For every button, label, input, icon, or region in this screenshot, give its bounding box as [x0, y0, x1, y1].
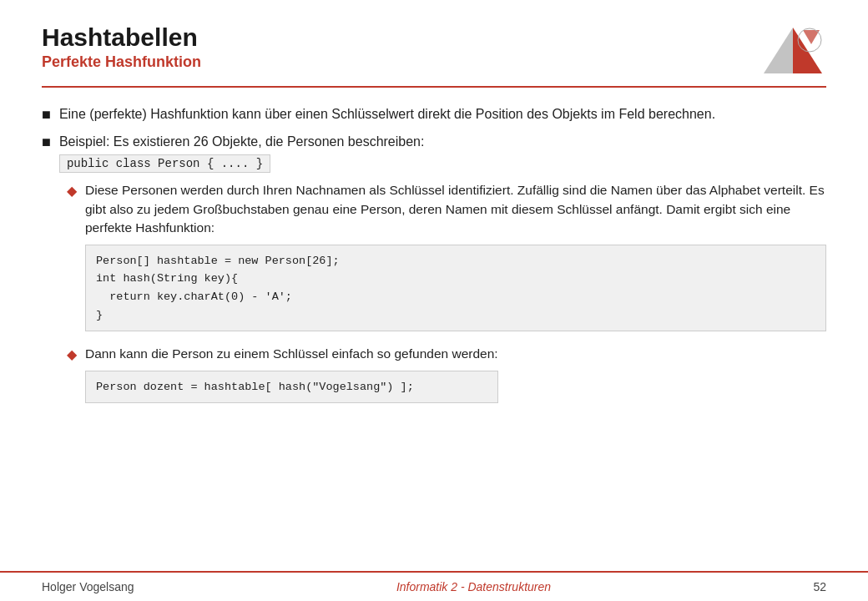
footer-author: Holger Vogelsang: [42, 580, 134, 593]
bullet-1-icon: ■: [42, 106, 51, 124]
svg-marker-0: [764, 28, 793, 73]
slide-subtitle: Perfekte Hashfunktion: [42, 53, 201, 71]
sub-bullet-2-text: Dann kann die Person zu einem Schlüssel …: [85, 346, 498, 361]
sub-bullet-2: ◆ Dann kann die Person zu einem Schlüsse…: [67, 345, 826, 410]
code-inline-person: public class Person { .... }: [59, 154, 270, 173]
bullet-2-text: Beispiel: Es existieren 26 Objekte, die …: [59, 134, 425, 149]
header-text: Hashtabellen Perfekte Hashfunktion: [42, 23, 201, 71]
slide-title: Hashtabellen: [42, 23, 201, 52]
code-block-hashtable: Person[] hashtable = new Person[26]; int…: [85, 245, 826, 331]
bullet-1-text: Eine (perfekte) Hashfunktion kann über e…: [59, 104, 715, 124]
sub-bullet-2-content: Dann kann die Person zu einem Schlüssel …: [85, 345, 498, 410]
sub-bullet-1-icon: ◆: [67, 183, 77, 199]
sub-bullet-2-icon: ◆: [67, 346, 77, 362]
sub-bullets: ◆ Diese Personen werden durch Ihren Nach…: [67, 181, 826, 410]
slide: Hashtabellen Perfekte Hashfunktion ■ Ein…: [0, 0, 868, 601]
university-logo: [760, 23, 826, 78]
bullet-2-content: Beispiel: Es existieren 26 Objekte, die …: [59, 132, 425, 173]
sub-bullet-1: ◆ Diese Personen werden durch Ihren Nach…: [67, 181, 826, 338]
footer-page: 52: [813, 580, 826, 593]
bullet-2-icon: ■: [42, 134, 51, 151]
sub-bullet-1-content: Diese Personen werden durch Ihren Nachna…: [85, 181, 826, 338]
bullet-2: ■ Beispiel: Es existieren 26 Objekte, di…: [42, 132, 826, 173]
code-block-dozent: Person dozent = hashtable[ hash("Vogelsa…: [85, 371, 498, 404]
main-content: ■ Eine (perfekte) Hashfunktion kann über…: [0, 88, 868, 571]
bullet-1: ■ Eine (perfekte) Hashfunktion kann über…: [42, 104, 826, 124]
footer-course: Informatik 2 - Datenstrukturen: [396, 580, 551, 593]
sub-bullet-1-text: Diese Personen werden durch Ihren Nachna…: [85, 183, 825, 235]
svg-marker-2: [803, 30, 820, 44]
header: Hashtabellen Perfekte Hashfunktion: [0, 0, 868, 86]
footer: Holger Vogelsang Informatik 2 - Datenstr…: [0, 571, 868, 601]
